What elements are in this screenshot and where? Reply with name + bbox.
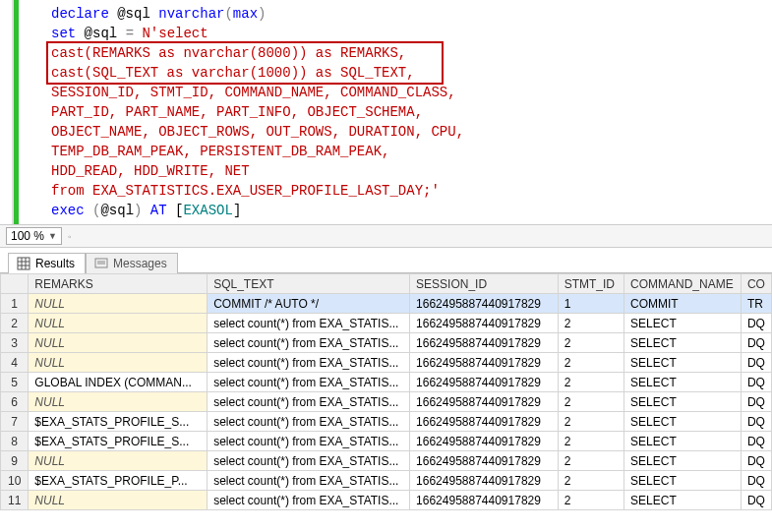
cell-co[interactable]: TR xyxy=(741,294,771,314)
table-row[interactable]: 11NULLselect count(*) from EXA_STATIS...… xyxy=(1,491,772,510)
cell-session[interactable]: 1662495887440917829 xyxy=(410,294,559,314)
row-number[interactable]: 2 xyxy=(1,314,29,333)
cell-session[interactable]: 1662495887440917829 xyxy=(410,333,559,353)
cell-cmd[interactable]: COMMIT xyxy=(624,294,742,314)
col-header-sqltext[interactable]: SQL_TEXT xyxy=(208,274,410,294)
row-number[interactable]: 3 xyxy=(1,333,29,353)
cell-stmt[interactable]: 2 xyxy=(558,353,624,373)
table-row[interactable]: 4NULLselect count(*) from EXA_STATIS...1… xyxy=(1,353,772,373)
cell-remarks[interactable]: GLOBAL INDEX (COMMAN... xyxy=(29,373,208,392)
results-grid[interactable]: REMARKS SQL_TEXT SESSION_ID STMT_ID COMM… xyxy=(0,273,772,510)
col-header-co[interactable]: CO xyxy=(741,274,771,294)
cell-sqltext[interactable]: select count(*) from EXA_STATIS... xyxy=(208,491,410,510)
cell-stmt[interactable]: 2 xyxy=(558,451,624,471)
cell-remarks[interactable]: NULL xyxy=(29,353,208,373)
cell-session[interactable]: 1662495887440917829 xyxy=(410,451,559,471)
cell-remarks[interactable]: NULL xyxy=(29,451,208,471)
cell-co[interactable]: DQ xyxy=(741,412,771,432)
cell-sqltext[interactable]: COMMIT /* AUTO */ xyxy=(208,294,410,314)
row-number[interactable]: 5 xyxy=(1,373,29,392)
cell-cmd[interactable]: SELECT xyxy=(624,491,742,510)
table-row[interactable]: 10$EXA_STATS_PROFILE_P...select count(*)… xyxy=(1,471,772,491)
table-row[interactable]: 5GLOBAL INDEX (COMMAN...select count(*) … xyxy=(1,373,772,392)
cell-stmt[interactable]: 2 xyxy=(558,491,624,510)
row-number[interactable]: 11 xyxy=(1,491,29,510)
cell-session[interactable]: 1662495887440917829 xyxy=(410,471,559,491)
col-header-session[interactable]: SESSION_ID xyxy=(410,274,559,294)
cell-co[interactable]: DQ xyxy=(741,432,771,451)
cell-sqltext[interactable]: select count(*) from EXA_STATIS... xyxy=(208,471,410,491)
table-header-row: REMARKS SQL_TEXT SESSION_ID STMT_ID COMM… xyxy=(1,274,772,294)
cell-sqltext[interactable]: select count(*) from EXA_STATIS... xyxy=(208,314,410,333)
cell-stmt[interactable]: 2 xyxy=(558,333,624,353)
col-header-cmd[interactable]: COMMAND_NAME xyxy=(624,274,742,294)
cell-co[interactable]: DQ xyxy=(741,314,771,333)
cell-session[interactable]: 1662495887440917829 xyxy=(410,392,559,412)
cell-stmt[interactable]: 1 xyxy=(558,294,624,314)
table-row[interactable]: 7$EXA_STATS_PROFILE_S...select count(*) … xyxy=(1,412,772,432)
zoom-dropdown[interactable]: 100 % ▼ xyxy=(6,227,62,245)
cell-remarks[interactable]: NULL xyxy=(29,392,208,412)
cell-co[interactable]: DQ xyxy=(741,353,771,373)
cell-remarks[interactable]: NULL xyxy=(29,333,208,353)
cell-stmt[interactable]: 2 xyxy=(558,471,624,491)
col-header-remarks[interactable]: REMARKS xyxy=(29,274,208,294)
cell-stmt[interactable]: 2 xyxy=(558,432,624,451)
cell-remarks[interactable]: NULL xyxy=(29,294,208,314)
cell-cmd[interactable]: SELECT xyxy=(624,432,742,451)
cell-sqltext[interactable]: select count(*) from EXA_STATIS... xyxy=(208,432,410,451)
cell-remarks[interactable]: NULL xyxy=(29,314,208,333)
row-number[interactable]: 9 xyxy=(1,451,29,471)
cell-stmt[interactable]: 2 xyxy=(558,373,624,392)
cell-co[interactable]: DQ xyxy=(741,333,771,353)
cell-session[interactable]: 1662495887440917829 xyxy=(410,432,559,451)
cell-session[interactable]: 1662495887440917829 xyxy=(410,373,559,392)
table-row[interactable]: 1NULLCOMMIT /* AUTO */166249588744091782… xyxy=(1,294,772,314)
cell-co[interactable]: DQ xyxy=(741,373,771,392)
cell-sqltext[interactable]: select count(*) from EXA_STATIS... xyxy=(208,333,410,353)
cell-sqltext[interactable]: select count(*) from EXA_STATIS... xyxy=(208,353,410,373)
cell-stmt[interactable]: 2 xyxy=(558,412,624,432)
row-number[interactable]: 6 xyxy=(1,392,29,412)
cell-cmd[interactable]: SELECT xyxy=(624,451,742,471)
cell-sqltext[interactable]: select count(*) from EXA_STATIS... xyxy=(208,392,410,412)
row-number[interactable]: 7 xyxy=(1,412,29,432)
row-number[interactable]: 8 xyxy=(1,432,29,451)
tab-messages[interactable]: Messages xyxy=(86,253,178,273)
cell-session[interactable]: 1662495887440917829 xyxy=(410,353,559,373)
cell-cmd[interactable]: SELECT xyxy=(624,314,742,333)
cell-cmd[interactable]: SELECT xyxy=(624,373,742,392)
cell-sqltext[interactable]: select count(*) from EXA_STATIS... xyxy=(208,373,410,392)
cell-cmd[interactable]: SELECT xyxy=(624,471,742,491)
cell-sqltext[interactable]: select count(*) from EXA_STATIS... xyxy=(208,451,410,471)
cell-stmt[interactable]: 2 xyxy=(558,314,624,333)
table-row[interactable]: 2NULLselect count(*) from EXA_STATIS...1… xyxy=(1,314,772,333)
cell-cmd[interactable]: SELECT xyxy=(624,412,742,432)
cell-cmd[interactable]: SELECT xyxy=(624,353,742,373)
cell-session[interactable]: 1662495887440917829 xyxy=(410,314,559,333)
cell-co[interactable]: DQ xyxy=(741,392,771,412)
cell-co[interactable]: DQ xyxy=(741,471,771,491)
cell-remarks[interactable]: $EXA_STATS_PROFILE_S... xyxy=(29,412,208,432)
cell-co[interactable]: DQ xyxy=(741,491,771,510)
row-number[interactable]: 10 xyxy=(1,471,29,491)
col-header-stmt[interactable]: STMT_ID xyxy=(558,274,624,294)
cell-cmd[interactable]: SELECT xyxy=(624,333,742,353)
cell-session[interactable]: 1662495887440917829 xyxy=(410,412,559,432)
cell-remarks[interactable]: NULL xyxy=(29,491,208,510)
cell-remarks[interactable]: $EXA_STATS_PROFILE_S... xyxy=(29,432,208,451)
table-row[interactable]: 8$EXA_STATS_PROFILE_S...select count(*) … xyxy=(1,432,772,451)
cell-co[interactable]: DQ xyxy=(741,451,771,471)
cell-sqltext[interactable]: select count(*) from EXA_STATIS... xyxy=(208,412,410,432)
sql-code-editor[interactable]: declare @sql nvarchar(max)set @sql = N's… xyxy=(12,0,772,224)
cell-stmt[interactable]: 2 xyxy=(558,392,624,412)
table-row[interactable]: 3NULLselect count(*) from EXA_STATIS...1… xyxy=(1,333,772,353)
cell-session[interactable]: 1662495887440917829 xyxy=(410,491,559,510)
table-row[interactable]: 6NULLselect count(*) from EXA_STATIS...1… xyxy=(1,392,772,412)
row-number[interactable]: 1 xyxy=(1,294,29,314)
row-number[interactable]: 4 xyxy=(1,353,29,373)
cell-remarks[interactable]: $EXA_STATS_PROFILE_P... xyxy=(29,471,208,491)
tab-results[interactable]: Results xyxy=(8,253,86,273)
cell-cmd[interactable]: SELECT xyxy=(624,392,742,412)
table-row[interactable]: 9NULLselect count(*) from EXA_STATIS...1… xyxy=(1,451,772,471)
